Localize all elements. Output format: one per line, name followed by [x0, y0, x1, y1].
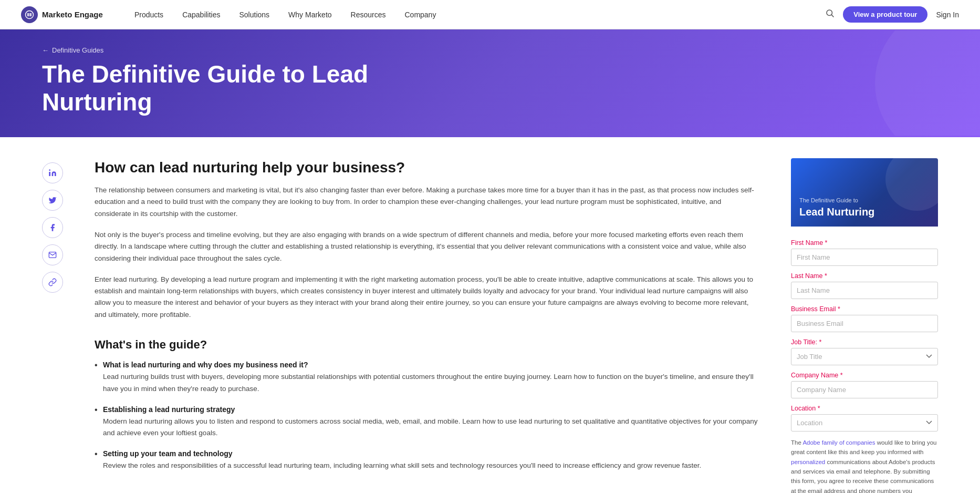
logo-icon	[21, 6, 38, 23]
bullet-item-title-2: Establishing a lead nurturing strategy	[103, 405, 759, 414]
company-name-input[interactable]	[791, 381, 938, 398]
bullet-item-text-2: Modern lead nurturing allows you to list…	[103, 416, 759, 439]
nav-why-marketo[interactable]: Why Marketo	[288, 11, 331, 19]
nav-capabilities[interactable]: Capabilities	[182, 11, 220, 19]
copy-link-button[interactable]	[42, 272, 63, 293]
article-paragraph-1: The relationship between consumers and m…	[95, 184, 759, 220]
article-paragraph-3: Enter lead nurturing. By developing a le…	[95, 274, 759, 321]
nav-resources[interactable]: Resources	[351, 11, 386, 19]
location-group: Location * Location	[791, 405, 938, 432]
logo[interactable]: Marketo Engage	[21, 6, 103, 23]
breadcrumb: ← Definitive Guides	[42, 46, 938, 54]
nav-company[interactable]: Company	[404, 11, 436, 19]
list-item: Setting up your team and technology Revi…	[95, 449, 759, 471]
first-name-label: First Name *	[791, 239, 938, 246]
guide-card-title: Lead Nurturing	[799, 206, 874, 218]
bullet-item-text-1: Lead nurturing builds trust with buyers,…	[103, 371, 759, 395]
personalized-link[interactable]: personalized	[791, 459, 825, 465]
navbar-actions: View a product tour Sign In	[825, 6, 959, 23]
bullet-item-text-3: Review the roles and responsibilities of…	[103, 460, 759, 471]
first-name-group: First Name *	[791, 239, 938, 266]
svg-rect-1	[27, 13, 28, 16]
email-label: Business Email *	[791, 305, 938, 313]
last-name-label: Last Name *	[791, 272, 938, 280]
company-name-group: Company Name *	[791, 372, 938, 398]
nav-solutions[interactable]: Solutions	[239, 11, 270, 19]
breadcrumb-arrow: ←	[42, 46, 49, 54]
product-tour-button[interactable]: View a product tour	[843, 6, 927, 23]
facebook-share-button[interactable]	[42, 217, 63, 238]
twitter-share-button[interactable]	[42, 190, 63, 211]
breadcrumb-label[interactable]: Definitive Guides	[52, 46, 103, 54]
bullet-item-title-3: Setting up your team and technology	[103, 449, 759, 458]
email-input[interactable]	[791, 315, 938, 332]
article-paragraph-2: Not only is the buyer's process and time…	[95, 229, 759, 264]
search-button[interactable]	[825, 8, 835, 20]
bullet-list: What is lead nurturing and why does my b…	[95, 361, 759, 471]
list-item: What is lead nurturing and why does my b…	[95, 361, 759, 395]
navbar: Marketo Engage Products Capabilities Sol…	[0, 0, 980, 29]
bullet-item-title-1: What is lead nurturing and why does my b…	[103, 361, 759, 369]
hero-banner: ← Definitive Guides The Definitive Guide…	[0, 29, 980, 137]
article-content: How can lead nurturing help your busines…	[95, 158, 759, 493]
sign-in-link[interactable]: Sign In	[936, 11, 959, 19]
list-item: Establishing a lead nurturing strategy M…	[95, 405, 759, 439]
svg-point-4	[827, 10, 832, 16]
svg-line-5	[832, 15, 834, 17]
right-sidebar: The Definitive Guide to Lead Nurturing F…	[791, 158, 938, 493]
location-label: Location *	[791, 405, 938, 412]
section1-title: How can lead nurturing help your busines…	[95, 158, 759, 177]
first-name-input[interactable]	[791, 249, 938, 266]
job-title-group: Job Title: * Job Title	[791, 338, 938, 365]
section2-title: What's in the guide?	[95, 337, 759, 353]
svg-point-6	[49, 169, 50, 171]
logo-text: Marketo Engage	[42, 10, 103, 19]
main-nav: Products Capabilities Solutions Why Mark…	[134, 11, 825, 19]
location-select[interactable]: Location	[791, 414, 938, 432]
job-title-select[interactable]: Job Title	[791, 348, 938, 365]
company-name-label: Company Name *	[791, 372, 938, 379]
nav-products[interactable]: Products	[134, 11, 163, 19]
svg-rect-2	[30, 13, 32, 16]
guide-card-subtitle: The Definitive Guide to	[799, 197, 858, 203]
page-body: How can lead nurturing help your busines…	[0, 137, 980, 493]
last-name-group: Last Name *	[791, 272, 938, 299]
email-share-button[interactable]	[42, 244, 63, 265]
svg-rect-3	[29, 13, 30, 16]
guide-card-image: The Definitive Guide to Lead Nurturing	[791, 158, 938, 227]
social-sidebar	[42, 162, 63, 493]
job-title-label: Job Title: *	[791, 338, 938, 346]
adobe-family-link[interactable]: Adobe family of companies	[802, 439, 875, 446]
last-name-input[interactable]	[791, 282, 938, 299]
page-title: The Definitive Guide to Lead Nurturing	[42, 60, 462, 116]
privacy-text: The Adobe family of companies would like…	[791, 438, 938, 493]
linkedin-share-button[interactable]	[42, 162, 63, 183]
email-group: Business Email *	[791, 305, 938, 332]
